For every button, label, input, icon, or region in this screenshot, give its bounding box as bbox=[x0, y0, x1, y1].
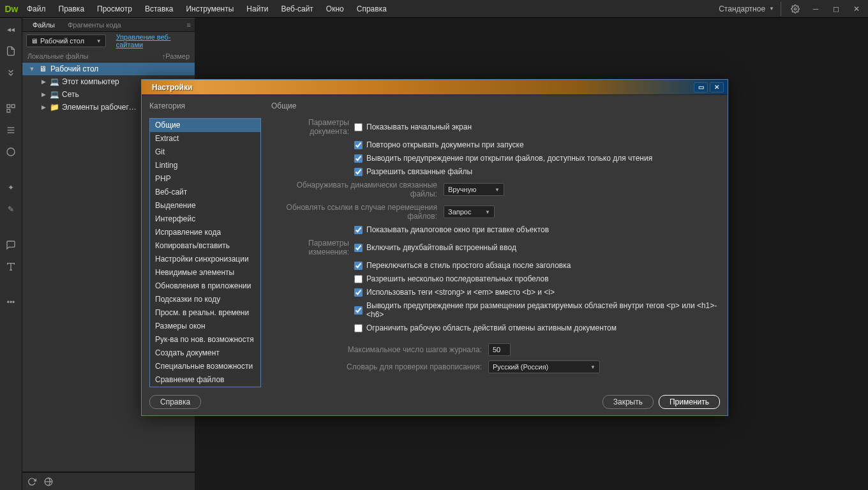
category-item[interactable]: Просм. в реальн. времени bbox=[150, 306, 260, 320]
ftp-log-icon[interactable] bbox=[44, 477, 53, 486]
menubar: Dw ФайлПравкаПросмотрВставкаИнструментыН… bbox=[0, 0, 868, 18]
computer-icon: 💻 bbox=[49, 77, 59, 86]
menu-item[interactable]: Вставка bbox=[138, 2, 180, 16]
panel-menu-icon[interactable]: ≡ bbox=[187, 21, 191, 29]
window-close-button[interactable]: ✕ bbox=[848, 3, 865, 15]
select-update-links[interactable]: Запрос▼ bbox=[444, 205, 495, 218]
git-icon[interactable] bbox=[4, 145, 17, 158]
category-heading: Категория bbox=[149, 101, 261, 118]
menu-item[interactable]: Файл bbox=[20, 2, 52, 16]
refresh-icon[interactable] bbox=[27, 477, 36, 486]
dialog-title: Настройки bbox=[146, 83, 692, 92]
cb-welcome[interactable]: Показывать начальный экран bbox=[354, 122, 472, 131]
workspace-switcher[interactable]: Стандартное ▼ bbox=[712, 2, 781, 16]
category-item[interactable]: PHP bbox=[150, 172, 260, 186]
tree-label: Этот компьютер bbox=[62, 77, 119, 86]
panel-tabs: Файлы Фрагменты кода ≡ bbox=[22, 18, 195, 32]
menu-item[interactable]: Просмотр bbox=[91, 2, 138, 16]
collapse-panel-icon[interactable]: ◂◂ bbox=[4, 23, 17, 36]
category-item[interactable]: Git bbox=[150, 145, 260, 159]
files-header-row: Локальные файлы ↑ Размер bbox=[22, 50, 195, 63]
cb-insert-dlg[interactable]: Показывать диалоговое окно при вставке о… bbox=[354, 225, 549, 234]
new-doc-icon[interactable] bbox=[4, 45, 17, 57]
extract-icon[interactable] bbox=[4, 124, 17, 137]
panel-toolbar: 🖥 Рабочий стол ▼ Управление веб-сайтами bbox=[22, 32, 195, 50]
cb-warn-ro[interactable]: Выводить предупреждение при открытии фай… bbox=[354, 154, 652, 163]
cb-related[interactable]: Разрешить связанные файлы bbox=[354, 167, 472, 176]
tree-row[interactable]: ▼🖥Рабочий стол bbox=[22, 63, 195, 75]
cb-strong-em[interactable]: Использовать теги <strong> и <em> вместо… bbox=[354, 288, 555, 297]
label-detect-dynamic: Обнаруживать динамически связанные файлы… bbox=[271, 181, 437, 198]
svg-rect-3 bbox=[7, 109, 10, 112]
dialog-titlebar[interactable]: Настройки ▭ ✕ bbox=[142, 80, 728, 95]
more-tools-icon[interactable]: ••• bbox=[4, 296, 17, 309]
category-item[interactable]: Исправление кода bbox=[150, 226, 260, 239]
category-item[interactable]: Интерфейс bbox=[150, 212, 260, 226]
tab-files[interactable]: Файлы bbox=[26, 20, 61, 30]
category-item[interactable]: Размеры окон bbox=[150, 320, 260, 333]
apply-button[interactable]: Применить bbox=[659, 395, 720, 409]
category-item[interactable]: Linting bbox=[150, 159, 260, 172]
quick-edit-icon[interactable]: ✎ bbox=[4, 203, 17, 216]
tree-expander-icon[interactable]: ▶ bbox=[40, 91, 47, 98]
tree-expander-icon[interactable]: ▶ bbox=[40, 78, 47, 85]
dialog-footer: Справка Закрыть Применить bbox=[149, 387, 720, 409]
category-item[interactable]: Веб-сайт bbox=[150, 186, 260, 199]
tree-expander-icon[interactable]: ▶ bbox=[40, 104, 47, 110]
window-maximize-button[interactable]: ◻ bbox=[827, 3, 845, 15]
left-toolbar: ◂◂ ✦ ✎ ••• bbox=[0, 18, 22, 490]
col-size[interactable]: Размер bbox=[165, 52, 190, 60]
cb-switch-para[interactable]: Переключиться в стиль простого абзаца по… bbox=[354, 261, 571, 270]
category-item[interactable]: Обновления в приложении bbox=[150, 279, 260, 293]
col-local-files[interactable]: Локальные файлы ↑ bbox=[27, 52, 165, 60]
menu-item[interactable]: Справка bbox=[350, 2, 393, 16]
comment-icon[interactable] bbox=[4, 239, 17, 251]
category-item[interactable]: Общие bbox=[150, 119, 260, 132]
category-item[interactable]: Рук-ва по нов. возможностя bbox=[150, 333, 260, 346]
category-item[interactable]: Специальные возможности bbox=[150, 360, 260, 373]
menu-item[interactable]: Инструменты bbox=[179, 2, 240, 16]
category-item[interactable]: Подсказки по коду bbox=[150, 293, 260, 306]
menu-item[interactable]: Найти bbox=[240, 2, 274, 16]
manage-sites-icon[interactable] bbox=[4, 102, 17, 115]
cb-warn-region[interactable]: Выводить предупреждение при размещении р… bbox=[354, 301, 720, 319]
form-panel-heading: Общие bbox=[271, 101, 720, 118]
desktop-icon: 🖥 bbox=[38, 64, 48, 73]
cb-dbl-byte[interactable]: Включить двухбайтовый встроенный ввод bbox=[354, 243, 516, 252]
cb-reopen[interactable]: Повторно открывать документы при запуске bbox=[354, 140, 524, 149]
manage-sites-link[interactable]: Управление веб-сайтами bbox=[116, 33, 191, 48]
tree-expander-icon[interactable]: ▼ bbox=[29, 66, 35, 72]
category-item[interactable]: Копировать/вставить bbox=[150, 239, 260, 253]
menu-item[interactable]: Веб-сайт bbox=[275, 2, 320, 16]
window-minimize-button[interactable]: ─ bbox=[807, 3, 825, 15]
category-item[interactable]: Невидимые элементы bbox=[150, 266, 260, 279]
cb-limit-undo[interactable]: Ограничить рабочую область действий отме… bbox=[354, 323, 617, 332]
menu-item[interactable]: Правка bbox=[52, 2, 91, 16]
site-select[interactable]: 🖥 Рабочий стол ▼ bbox=[26, 34, 106, 47]
tree-label: Сеть bbox=[62, 90, 79, 99]
category-list[interactable]: ОбщиеExtractGitLintingPHPВеб-сайтВыделен… bbox=[149, 118, 261, 387]
input-max-history[interactable] bbox=[488, 343, 511, 356]
menu-item[interactable]: Окно bbox=[320, 2, 350, 16]
cb-multi-space[interactable]: Разрешить несколько последовательных про… bbox=[354, 274, 549, 283]
chevron-down-icon: ▼ bbox=[495, 187, 500, 193]
category-item[interactable]: Extract bbox=[150, 132, 260, 145]
sync-settings-icon[interactable] bbox=[786, 3, 804, 15]
dialog-close-button[interactable]: ✕ bbox=[710, 82, 724, 93]
wand-icon[interactable]: ✦ bbox=[4, 181, 17, 194]
category-item[interactable]: Настройки синхронизации bbox=[150, 253, 260, 266]
category-item[interactable]: Сравнение файлов bbox=[150, 373, 260, 387]
help-button[interactable]: Справка bbox=[149, 395, 201, 409]
svg-point-7 bbox=[7, 148, 15, 156]
tab-snippets[interactable]: Фрагменты кода bbox=[61, 20, 128, 30]
dialog-minimize-button[interactable]: ▭ bbox=[694, 82, 708, 93]
label-max-history: Максимальное число шагов журнала: bbox=[271, 345, 482, 354]
desktop-icon: 🖥 bbox=[31, 37, 38, 45]
behaviors-icon[interactable] bbox=[4, 260, 17, 273]
close-button[interactable]: Закрыть bbox=[602, 395, 654, 409]
category-item[interactable]: Выделение bbox=[150, 199, 260, 212]
open-doc-icon[interactable] bbox=[4, 66, 17, 79]
category-item[interactable]: Создать документ bbox=[150, 346, 260, 360]
select-spell-dict[interactable]: Русский (Россия)▼ bbox=[488, 360, 600, 373]
select-detect-dynamic[interactable]: Вручную▼ bbox=[444, 183, 504, 196]
